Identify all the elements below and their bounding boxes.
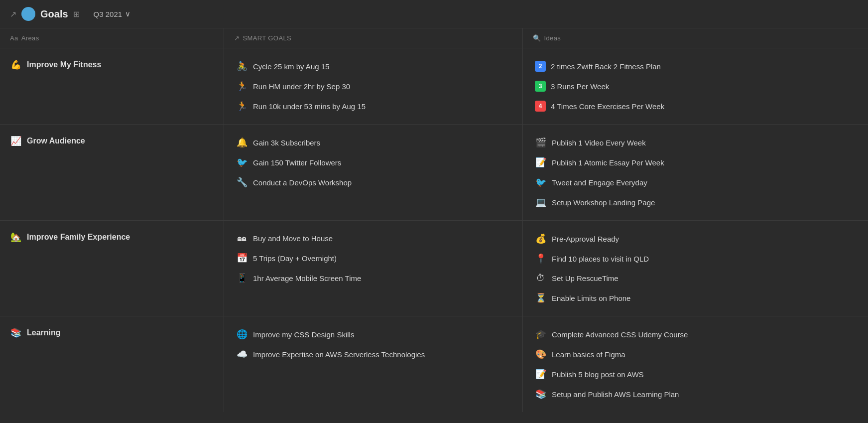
quarter-label: Q3 2021 <box>94 10 123 18</box>
page-header: ↗ Goals ⊞ Q3 2021 ∨ <box>0 0 868 28</box>
list-item[interactable]: 🔔 Gain 3k Subscribers <box>234 134 512 151</box>
quarter-selector[interactable]: Q3 2021 ∨ <box>89 7 136 20</box>
goal-icon: 🔧 <box>236 177 248 188</box>
area-cell-audience: 📈 Grow Audience <box>0 125 224 220</box>
list-item[interactable]: 📍 Find 10 places to visit in QLD <box>533 250 858 268</box>
goal-text: Improve my CSS Design Skills <box>253 330 354 339</box>
goal-icon: 🏘 <box>236 233 248 244</box>
number-badge: 3 <box>535 81 546 92</box>
idea-text: 2 times Zwift Back 2 Fitness Plan <box>551 62 661 71</box>
idea-icon: 📚 <box>535 389 547 400</box>
list-item[interactable]: 💻 Setup Workshop Landing Page <box>533 193 858 211</box>
external-link-icon[interactable]: ↗ <box>10 9 16 19</box>
list-item[interactable]: 🚴 Cycle 25 km by Aug 15 <box>234 57 512 75</box>
idea-text: Setup and Publish AWS Learning Plan <box>552 390 679 399</box>
area-name-learning: Learning <box>27 328 61 337</box>
list-item[interactable]: 📚 Setup and Publish AWS Learning Plan <box>533 385 858 403</box>
list-item[interactable]: 💰 Pre-Approval Ready <box>533 230 858 248</box>
list-item[interactable]: 2 2 times Zwift Back 2 Fitness Plan <box>533 57 858 75</box>
list-item[interactable]: 🔧 Conduct a DevOps Workshop <box>234 173 512 191</box>
ideas-cell-fitness: 2 2 times Zwift Back 2 Fitness Plan 3 3 … <box>523 48 868 124</box>
goals-cell-learning: 🌐 Improve my CSS Design Skills ☁️ Improv… <box>224 316 523 412</box>
area-label-learning[interactable]: 📚 Learning <box>10 327 61 338</box>
goal-icon: 🏃 <box>236 81 248 92</box>
goal-text: 5 Trips (Day + Overnight) <box>253 254 337 263</box>
idea-icon: 💰 <box>535 233 547 244</box>
list-item[interactable]: 🏃 Run HM under 2hr by Sep 30 <box>234 77 512 95</box>
list-item[interactable]: ☁️ Improve Expertise on AWS Serverless T… <box>234 345 512 363</box>
list-item[interactable]: 📱 1hr Average Mobile Screen Time <box>234 269 512 287</box>
fitness-emoji: 💪 <box>10 59 22 70</box>
grid-icon: ⊞ <box>73 9 80 19</box>
idea-icon: 📝 <box>535 369 547 380</box>
area-cell-fitness: 💪 Improve My Fitness <box>0 48 224 124</box>
ideas-header-icon: 🔍 <box>533 34 541 42</box>
audience-emoji: 📈 <box>10 136 22 146</box>
smart-goals-column-header: ↗ SMART GOALS <box>224 28 523 48</box>
goal-icon: 📱 <box>236 273 248 283</box>
area-label-fitness[interactable]: 💪 Improve My Fitness <box>10 59 101 70</box>
area-label-family[interactable]: 🏡 Improve Family Experience <box>10 232 130 243</box>
area-name-fitness: Improve My Fitness <box>27 60 101 69</box>
list-item[interactable]: 4 4 Times Core Exercises Per Week <box>533 97 858 115</box>
chevron-down-icon: ∨ <box>125 9 130 18</box>
goal-icon: 🐦 <box>236 157 248 168</box>
list-item[interactable]: 📝 Publish 1 Atomic Essay Per Week <box>533 153 858 171</box>
goal-icon: 🌐 <box>236 329 248 340</box>
goal-text: Run HM under 2hr by Sep 30 <box>253 82 350 91</box>
list-item[interactable]: 🏃 Run 10k under 53 mins by Aug 15 <box>234 97 512 115</box>
area-label-audience[interactable]: 📈 Grow Audience <box>10 136 85 146</box>
table-row: 🏡 Improve Family Experience 🏘 Buy and Mo… <box>0 221 868 316</box>
area-cell-family: 🏡 Improve Family Experience <box>0 221 224 316</box>
list-item[interactable]: 🎓 Complete Advanced CSS Udemy Course <box>533 325 858 343</box>
area-name-family: Improve Family Experience <box>27 233 130 242</box>
list-item[interactable]: 📅 5 Trips (Day + Overnight) <box>234 249 512 267</box>
goal-text: Run 10k under 53 mins by Aug 15 <box>253 102 366 111</box>
list-item[interactable]: 🐦 Gain 150 Twitter Followers <box>234 153 512 171</box>
idea-icon: 🎬 <box>535 137 547 148</box>
page-title: Goals <box>40 8 68 20</box>
learning-emoji: 📚 <box>10 327 22 338</box>
ideas-cell-learning: 🎓 Complete Advanced CSS Udemy Course 🎨 L… <box>523 316 868 412</box>
ideas-cell-audience: 🎬 Publish 1 Video Every Week 📝 Publish 1… <box>523 125 868 220</box>
idea-text: Learn basics of Figma <box>552 350 625 359</box>
idea-text: Pre-Approval Ready <box>552 235 619 243</box>
goal-text: Cycle 25 km by Aug 15 <box>253 62 329 71</box>
number-badge: 2 <box>535 61 546 72</box>
ideas-cell-family: 💰 Pre-Approval Ready 📍 Find 10 places to… <box>523 221 868 316</box>
ideas-column-header: 🔍 Ideas <box>523 28 868 48</box>
table-row: 📚 Learning 🌐 Improve my CSS Design Skill… <box>0 316 868 412</box>
list-item[interactable]: ⏳ Enable Limits on Phone <box>533 289 858 307</box>
table-row: 💪 Improve My Fitness 🚴 Cycle 25 km by Au… <box>0 48 868 125</box>
ideas-header-label: Ideas <box>544 34 561 42</box>
areas-column-header: Aa Areas <box>0 28 224 48</box>
idea-icon: 🎨 <box>535 349 547 360</box>
list-item[interactable]: 🎨 Learn basics of Figma <box>533 345 858 363</box>
family-emoji: 🏡 <box>10 232 22 243</box>
goals-table: Aa Areas ↗ SMART GOALS 🔍 Ideas 💪 Improve… <box>0 28 868 412</box>
idea-icon: 📍 <box>535 253 547 264</box>
idea-text: 3 Runs Per Week <box>551 82 609 91</box>
list-item[interactable]: 🐦 Tweet and Engage Everyday <box>533 173 858 191</box>
idea-text: Complete Advanced CSS Udemy Course <box>552 330 688 339</box>
idea-icon: 🎓 <box>535 329 547 340</box>
list-item[interactable]: 🏘 Buy and Move to House <box>234 230 512 247</box>
idea-text: 4 Times Core Exercises Per Week <box>551 102 664 111</box>
list-item[interactable]: ⏱ Set Up RescueTime <box>533 270 858 287</box>
goals-cell-fitness: 🚴 Cycle 25 km by Aug 15 🏃 Run HM under 2… <box>224 48 523 124</box>
goal-icon: ☁️ <box>236 349 248 360</box>
goal-icon: 📅 <box>236 253 248 264</box>
list-item[interactable]: 📝 Publish 5 blog post on AWS <box>533 365 858 383</box>
goal-text: Gain 3k Subscribers <box>253 139 320 147</box>
list-item[interactable]: 🎬 Publish 1 Video Every Week <box>533 134 858 151</box>
table-row: 📈 Grow Audience 🔔 Gain 3k Subscribers 🐦 … <box>0 125 868 221</box>
list-item[interactable]: 3 3 Runs Per Week <box>533 77 858 95</box>
areas-header-icon: Aa <box>10 34 18 42</box>
list-item[interactable]: 🌐 Improve my CSS Design Skills <box>234 325 512 343</box>
idea-text: Publish 1 Atomic Essay Per Week <box>552 158 664 167</box>
idea-text: Enable Limits on Phone <box>552 294 630 302</box>
idea-text: Publish 1 Video Every Week <box>552 139 646 147</box>
idea-text: Find 10 places to visit in QLD <box>552 255 649 263</box>
goals-cell-family: 🏘 Buy and Move to House 📅 5 Trips (Day +… <box>224 221 523 316</box>
idea-text: Setup Workshop Landing Page <box>552 198 655 207</box>
